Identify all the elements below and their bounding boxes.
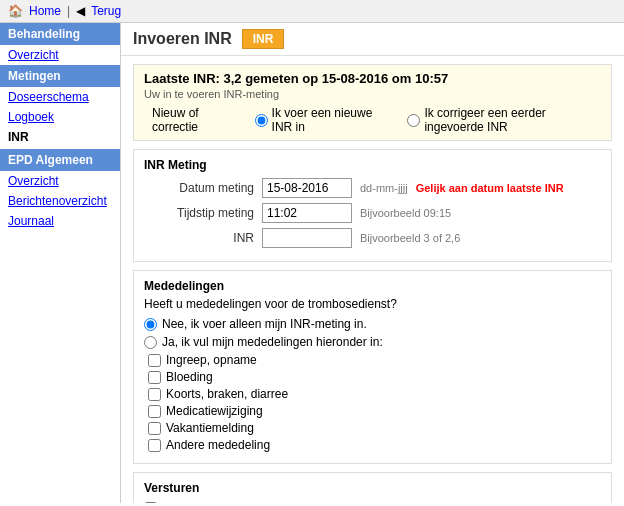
checkbox-label-0: Ingreep, opname <box>166 353 257 367</box>
radio-nee-row[interactable]: Nee, ik voer alleen mijn INR-meting in. <box>144 317 601 331</box>
checkbox-option-row-4: Vakantiemelding <box>148 421 601 435</box>
inr-label: INR <box>144 231 254 245</box>
tijdstip-hint: Bijvoorbeeld 09:15 <box>360 207 451 219</box>
checkbox-1[interactable] <box>148 371 161 384</box>
radio-nee-label: Nee, ik voer alleen mijn INR-meting in. <box>162 317 367 331</box>
checkbox-option-row-2: Koorts, braken, diarree <box>148 387 601 401</box>
content-area: Laatste INR: 3,2 gemeten op 15-08-2016 o… <box>121 56 624 503</box>
top-nav: 🏠 Home | ◀ Terug <box>0 0 624 23</box>
sidebar-item-inr[interactable]: INR <box>0 127 120 147</box>
latest-inr-sub: Uw in te voeren INR-meting <box>144 88 601 100</box>
checkbox-label-3: Medicatiewijziging <box>166 404 263 418</box>
versturen-box: Versturen Ik heb bovenstaande gegevens z… <box>133 472 612 503</box>
radio-ja-row[interactable]: Ja, ik vul mijn mededelingen hieronder i… <box>144 335 601 349</box>
sidebar-item-overzicht1[interactable]: Overzicht <box>0 45 120 65</box>
versturen-title: Versturen <box>144 481 601 495</box>
checkbox-0[interactable] <box>148 354 161 367</box>
checkbox-option-row-3: Medicatiewijziging <box>148 404 601 418</box>
checkbox-2[interactable] <box>148 388 161 401</box>
versturen-check-row: Ik heb bovenstaande gegevens zorgvuldig … <box>144 501 601 503</box>
main-content: Invoeren INR INR Laatste INR: 3,2 gemete… <box>121 23 624 503</box>
checkbox-4[interactable] <box>148 422 161 435</box>
tijdstip-meting-row: Tijdstip meting Bijvoorbeeld 09:15 <box>144 203 601 223</box>
mededelingen-title: Mededelingen <box>144 279 601 293</box>
page-title: Invoeren INR <box>133 30 232 48</box>
radio-nieuwe-inr[interactable]: Ik voer een nieuwe INR in <box>255 106 388 134</box>
radio-nee-input[interactable] <box>144 318 157 331</box>
radio-ja-input[interactable] <box>144 336 157 349</box>
checkbox-label-2: Koorts, braken, diarree <box>166 387 288 401</box>
datum-label: Datum meting <box>144 181 254 195</box>
checkbox-option-row-5: Andere mededeling <box>148 438 601 452</box>
tijdstip-label: Tijdstip meting <box>144 206 254 220</box>
datum-meting-row: Datum meting dd-mm-jjjj Gelijk aan datum… <box>144 178 601 198</box>
nieuw-correctie-row: Nieuw of correctie Ik voer een nieuwe IN… <box>152 106 601 134</box>
datum-hint: dd-mm-jjjj <box>360 182 408 194</box>
back-link[interactable]: Terug <box>91 4 121 18</box>
radio-corrigeer-inr-input[interactable] <box>407 114 420 127</box>
checkbox-label-4: Vakantiemelding <box>166 421 254 435</box>
inr-hint: Bijvoorbeeld 3 of 2,6 <box>360 232 460 244</box>
radio-corrigeer-inr[interactable]: Ik corrigeer een eerder ingevoerde INR <box>407 106 601 134</box>
sidebar-section-behandeling[interactable]: Behandeling <box>0 23 120 45</box>
inr-value-row: INR Bijvoorbeeld 3 of 2,6 <box>144 228 601 248</box>
checkbox-option-row-0: Ingreep, opname <box>148 353 601 367</box>
tijdstip-input[interactable] <box>262 203 352 223</box>
radio-corrigeer-inr-label: Ik corrigeer een eerder ingevoerde INR <box>424 106 601 134</box>
checkbox-3[interactable] <box>148 405 161 418</box>
mededelingen-question: Heeft u mededelingen voor de trombosedie… <box>144 297 601 311</box>
sidebar-item-logboek[interactable]: Logboek <box>0 107 120 127</box>
checkbox-label-5: Andere mededeling <box>166 438 270 452</box>
latest-inr-box: Laatste INR: 3,2 gemeten op 15-08-2016 o… <box>133 64 612 141</box>
datum-input[interactable] <box>262 178 352 198</box>
radio-nieuwe-inr-label: Ik voer een nieuwe INR in <box>272 106 388 134</box>
radio-nieuwe-inr-input[interactable] <box>255 114 268 127</box>
checkbox-list: Ingreep, opnameBloedingKoorts, braken, d… <box>144 353 601 452</box>
back-icon: ◀ <box>76 4 85 18</box>
sidebar-section-epd[interactable]: EPD Algemeen <box>0 149 120 171</box>
versturen-checkbox[interactable] <box>144 502 157 504</box>
sidebar-section-metingen[interactable]: Metingen <box>0 65 120 87</box>
latest-inr-text: Laatste INR: 3,2 gemeten op 15-08-2016 o… <box>144 71 601 86</box>
inr-meting-box: INR Meting Datum meting dd-mm-jjjj Gelij… <box>133 149 612 262</box>
sidebar-item-berichtenoverzicht[interactable]: Berichtenoverzicht <box>0 191 120 211</box>
radio-ja-label: Ja, ik vul mijn mededelingen hieronder i… <box>162 335 383 349</box>
datum-warning: Gelijk aan datum laatste INR <box>416 182 564 194</box>
home-link[interactable]: Home <box>29 4 61 18</box>
sidebar-item-overzicht2[interactable]: Overzicht <box>0 171 120 191</box>
sidebar-item-journaal[interactable]: Journaal <box>0 211 120 231</box>
mededelingen-box: Mededelingen Heeft u mededelingen voor d… <box>133 270 612 464</box>
sidebar-item-doseerschema[interactable]: Doseerschema <box>0 87 120 107</box>
checkbox-option-row-1: Bloeding <box>148 370 601 384</box>
inr-meting-title: INR Meting <box>144 158 601 172</box>
nieuw-correctie-label: Nieuw of correctie <box>152 106 235 134</box>
home-icon: 🏠 <box>8 4 23 18</box>
sidebar: Behandeling Overzicht Metingen Doseersch… <box>0 23 121 503</box>
page-header: Invoeren INR INR <box>121 23 624 56</box>
checkbox-5[interactable] <box>148 439 161 452</box>
checkbox-label-1: Bloeding <box>166 370 213 384</box>
inr-input[interactable] <box>262 228 352 248</box>
versturen-check-label: Ik heb bovenstaande gegevens zorgvuldig … <box>162 501 464 503</box>
tab-inr[interactable]: INR <box>242 29 285 49</box>
